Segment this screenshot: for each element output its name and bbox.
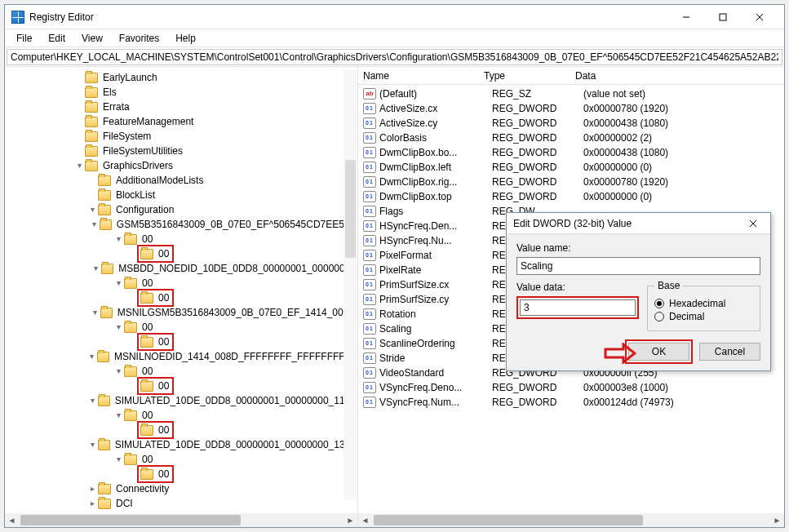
tree-row[interactable]: ▾00 [5, 452, 357, 467]
highlight-box: 00 [137, 333, 174, 351]
folder-icon [85, 87, 98, 98]
column-name[interactable]: Name [358, 70, 479, 82]
value-data: 0x000003e8 (1000) [583, 382, 784, 393]
chevron-down-icon[interactable]: ▾ [86, 349, 97, 364]
tree-label: 00 [157, 379, 171, 393]
tree-row[interactable]: ▾MSBDD_NOEDID_10DE_0DD8_00000001_0000000… [5, 261, 357, 276]
tree-label: 00 [157, 335, 171, 349]
tree-row[interactable]: ▾MSNILGSM5B3516843009_0B_07E0_EF_1414_00… [5, 305, 357, 320]
tree-row[interactable]: ▸DCI [5, 496, 357, 511]
tree-row[interactable]: ▾00 [5, 232, 357, 246]
tree-row[interactable]: 00 [5, 379, 357, 393]
tree-scroll[interactable]: EarlyLaunchElsErrataFeatureManagementFil… [5, 67, 357, 513]
chevron-down-icon[interactable]: ▾ [90, 305, 100, 320]
tree-row[interactable]: ▾00 [5, 320, 357, 335]
tree-row[interactable]: ▾SIMULATED_10DE_0DD8_00000001_00000000_1… [5, 437, 357, 452]
list-hscrollbar[interactable]: ◄ ► [358, 513, 784, 527]
chevron-down-icon[interactable]: ▾ [87, 393, 98, 408]
tree-row[interactable]: ▾00 [5, 408, 357, 423]
minimize-button[interactable] [667, 5, 704, 29]
list-row[interactable]: ActiveSize.cxREG_DWORD0x00000780 (1920) [358, 101, 784, 116]
tree-row[interactable]: Els [5, 85, 357, 100]
tree-row[interactable]: FileSystem [5, 129, 357, 144]
value-data-input[interactable] [520, 299, 636, 316]
list-row[interactable]: (Default)REG_SZ(value not set) [358, 86, 784, 101]
tree-row[interactable]: ▾SIMULATED_10DE_0DD8_00000001_00000000_1… [5, 393, 357, 408]
chevron-down-icon[interactable]: ▾ [113, 452, 124, 467]
tree-row[interactable]: ▾Configuration [5, 202, 357, 217]
folder-icon [98, 190, 111, 201]
tree-hscrollbar[interactable]: ◄ ► [5, 513, 357, 527]
menu-view[interactable]: View [73, 31, 111, 46]
tree-row[interactable]: ▾GSM5B3516843009_0B_07E0_EF^506545CD7EE5… [5, 217, 357, 232]
tree-row[interactable]: ▾MSNILNOEDID_1414_008D_FFFFFFFF_FFFFFFFF… [5, 349, 357, 364]
dword-value-icon [363, 103, 376, 114]
chevron-down-icon[interactable]: ▾ [113, 364, 124, 379]
chevron-down-icon[interactable]: ▾ [113, 320, 124, 335]
tree-row[interactable]: ▾00 [5, 276, 357, 290]
value-type: REG_DWORD [492, 176, 583, 188]
list-row[interactable]: VSyncFreq.Num...REG_DWORD0x000124dd (749… [358, 395, 784, 410]
folder-icon [85, 161, 98, 171]
radio-hexadecimal[interactable]: Hexadecimal [654, 298, 753, 309]
menu-favorites[interactable]: Favorites [111, 31, 167, 46]
tree-row[interactable]: 00 [5, 335, 357, 349]
folder-icon [100, 219, 112, 230]
chevron-down-icon[interactable]: ▾ [87, 437, 98, 452]
radio-decimal[interactable]: Decimal [654, 311, 753, 322]
tree-row[interactable]: 00 [5, 246, 357, 261]
tree-row[interactable]: 00 [5, 290, 357, 305]
scroll-right-icon[interactable]: ► [344, 513, 357, 527]
chevron-right-icon[interactable]: ▸ [86, 481, 98, 496]
tree-label: FileSystem [101, 129, 153, 144]
tree-row[interactable]: EarlyLaunch [5, 70, 357, 85]
scroll-left-icon[interactable]: ◄ [358, 513, 372, 527]
cancel-button[interactable]: Cancel [699, 343, 760, 361]
ok-button[interactable]: OK [628, 343, 689, 361]
list-row[interactable]: DwmClipBox.topREG_DWORD0x00000000 (0) [358, 189, 784, 204]
list-row[interactable]: DwmClipBox.leftREG_DWORD0x00000000 (0) [358, 160, 784, 175]
column-data[interactable]: Data [570, 70, 784, 82]
chevron-down-icon[interactable]: ▾ [89, 217, 100, 232]
chevron-down-icon[interactable]: ▾ [73, 158, 85, 173]
tree-row[interactable]: ▾00 [5, 364, 357, 379]
tree-row[interactable]: FeatureManagement [5, 114, 357, 129]
chevron-down-icon[interactable]: ▾ [113, 276, 124, 290]
tree-row[interactable]: Errata [5, 100, 357, 114]
value-name-input[interactable] [516, 257, 760, 275]
value-name: Scaling [379, 323, 492, 335]
value-name: PixelFormat [379, 250, 492, 261]
list-row[interactable]: DwmClipBox.rig...REG_DWORD0x00000780 (19… [358, 175, 784, 189]
chevron-down-icon[interactable]: ▾ [113, 232, 124, 246]
tree-row[interactable]: 00 [5, 467, 357, 481]
folder-icon [98, 175, 111, 186]
tree-row[interactable]: ▾GraphicsDrivers [5, 158, 357, 173]
column-type[interactable]: Type [479, 70, 570, 82]
scroll-right-icon[interactable]: ► [770, 513, 784, 527]
menu-help[interactable]: Help [167, 31, 204, 46]
tree-vscrollbar[interactable] [344, 70, 357, 499]
maximize-button[interactable] [704, 5, 741, 29]
dialog-close-button[interactable] [742, 213, 764, 234]
list-row[interactable]: VSyncFreq.Deno...REG_DWORD0x000003e8 (10… [358, 380, 784, 395]
chevron-down-icon[interactable]: ▾ [113, 408, 124, 423]
chevron-right-icon[interactable]: ▸ [86, 496, 98, 511]
list-row[interactable]: ActiveSize.cyREG_DWORD0x00000438 (1080) [358, 116, 784, 131]
dword-value-icon [363, 352, 376, 364]
scroll-left-icon[interactable]: ◄ [5, 513, 19, 527]
tree-row[interactable]: ▸Connectivity [5, 481, 357, 496]
tree-row[interactable]: 00 [5, 423, 357, 437]
menu-edit[interactable]: Edit [40, 31, 73, 46]
tree-row[interactable]: FileSystemUtilities [5, 144, 357, 158]
chevron-down-icon[interactable]: ▾ [91, 261, 101, 276]
chevron-down-icon[interactable]: ▾ [86, 202, 98, 217]
address-input[interactable] [7, 49, 782, 65]
close-button[interactable] [741, 5, 778, 29]
menu-file[interactable]: File [8, 31, 40, 46]
tree-row[interactable]: BlockList [5, 188, 357, 202]
list-row[interactable]: DwmClipBox.bo...REG_DWORD0x00000438 (108… [358, 145, 784, 160]
svg-rect-1 [720, 14, 726, 20]
dword-value-icon [363, 191, 376, 202]
list-row[interactable]: ColorBasisREG_DWORD0x00000002 (2) [358, 131, 784, 145]
tree-row[interactable]: AdditionalModeLists [5, 173, 357, 188]
